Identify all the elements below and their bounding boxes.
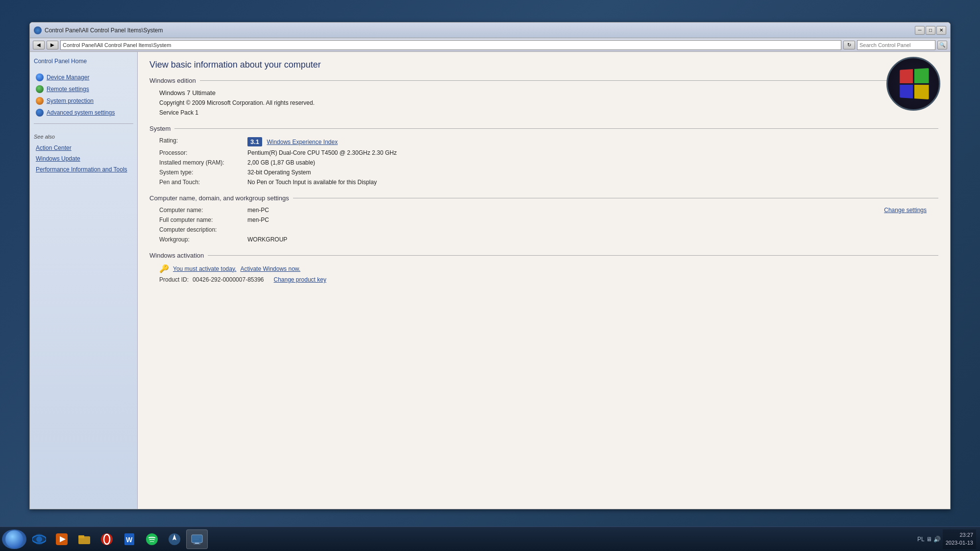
change-settings-link[interactable]: Change settings xyxy=(884,207,927,214)
section-line-4 xyxy=(208,255,938,256)
desktop: Control Panel\All Control Panel Items\Sy… xyxy=(0,0,980,551)
ram-label: Installed memory (RAM): xyxy=(159,159,247,166)
computer-name-section-label: Computer name, domain, and workgroup set… xyxy=(149,194,289,202)
forward-button[interactable]: ▶ xyxy=(47,41,58,49)
rating-row: Rating: 3.1 Windows Experience Index xyxy=(149,137,938,146)
workgroup-value: WORKGROUP xyxy=(247,236,287,243)
taskbar-word[interactable]: W xyxy=(119,529,140,549)
flag-green xyxy=(914,68,929,83)
advanced-settings-icon xyxy=(36,109,44,117)
activate-now-link[interactable]: Activate Windows now. xyxy=(240,265,300,272)
activation-icon: 🔑 xyxy=(159,264,169,273)
svg-point-2 xyxy=(36,536,42,542)
control-panel-home-link[interactable]: Control Panel Home xyxy=(34,58,133,65)
minimize-button[interactable]: ─ xyxy=(915,26,925,35)
taskbar-ie[interactable] xyxy=(28,529,50,549)
start-button[interactable] xyxy=(2,529,26,549)
service-pack-row: Service Pack 1 xyxy=(149,109,938,116)
activation-section-label: Windows activation xyxy=(149,252,204,259)
sidebar-divider xyxy=(34,123,133,124)
full-name-label: Full computer name: xyxy=(159,216,247,223)
edition-value: Windows 7 Ultimate xyxy=(159,89,216,96)
clock-area[interactable]: 23:27 2023-01-13 xyxy=(943,529,976,549)
processor-value: Pentium(R) Dual-Core CPU T4500 @ 2.30GHz… xyxy=(247,149,397,156)
windows-flag xyxy=(900,68,929,99)
svg-rect-14 xyxy=(192,535,202,543)
system-tray-icon xyxy=(190,532,204,546)
media-player-icon xyxy=(55,532,69,546)
search-button[interactable]: 🔍 xyxy=(937,41,947,49)
address-input[interactable] xyxy=(60,40,841,50)
sidebar-item-advanced-settings[interactable]: Advanced system settings xyxy=(34,108,133,118)
product-id-value: 00426-292-0000007-85396 xyxy=(193,276,264,283)
system-type-row: System type: 32-bit Operating System xyxy=(149,169,938,176)
performance-link[interactable]: Performance Information and Tools xyxy=(34,165,133,174)
computer-name-value: men-PC xyxy=(247,207,269,214)
copyright-row: Copyright © 2009 Microsoft Corporation. … xyxy=(149,99,938,106)
taskbar-right: PL 🖥 🔊 23:27 2023-01-13 xyxy=(917,529,978,549)
taskbar-explorer[interactable] xyxy=(74,529,95,549)
taskbar-apps: W xyxy=(28,529,917,549)
svg-point-8 xyxy=(104,534,110,544)
change-product-key-link[interactable]: Change product key xyxy=(274,276,326,283)
page-title: View basic information about your comput… xyxy=(149,60,938,70)
language-indicator: PL xyxy=(917,536,925,543)
close-button[interactable]: ✕ xyxy=(936,26,946,35)
computer-name-header: Computer name, domain, and workgroup set… xyxy=(149,194,938,202)
clock-time: 23:27 xyxy=(946,531,973,539)
device-manager-label: Device Manager xyxy=(47,74,89,81)
opera-icon xyxy=(100,532,114,546)
processor-label: Processor: xyxy=(159,149,247,156)
activation-header: Windows activation xyxy=(149,252,938,259)
description-label: Computer description: xyxy=(159,226,247,233)
start-orb xyxy=(5,530,23,548)
taskbar-media-player[interactable] xyxy=(51,529,73,549)
product-id-label: Product ID: xyxy=(159,276,189,283)
sidebar: Control Panel Home Device Manager Remote… xyxy=(30,52,138,509)
system-section: System Rating: 3.1 Windows Experience In… xyxy=(149,125,938,186)
search-input[interactable] xyxy=(857,40,935,50)
system-type-value: 32-bit Operating System xyxy=(247,169,311,176)
advanced-settings-label: Advanced system settings xyxy=(47,109,115,116)
title-bar-text: Control Panel\All Control Panel Items\Sy… xyxy=(45,27,915,34)
windows-logo xyxy=(886,57,940,111)
taskbar-rocket[interactable] xyxy=(164,529,185,549)
content-area: Control Panel Home Device Manager Remote… xyxy=(30,52,950,509)
rating-label: Rating: xyxy=(159,137,247,144)
network-icon: 🖥 xyxy=(926,536,932,543)
main-panel: View basic information about your comput… xyxy=(138,52,950,509)
sidebar-item-device-manager[interactable]: Device Manager xyxy=(34,72,133,82)
sidebar-item-remote-settings[interactable]: Remote settings xyxy=(34,84,133,94)
remote-settings-icon xyxy=(36,85,44,93)
activation-row: 🔑 You must activate today. Activate Wind… xyxy=(149,264,938,273)
pen-row: Pen and Touch: No Pen or Touch Input is … xyxy=(149,179,938,186)
maximize-button[interactable]: □ xyxy=(926,26,935,35)
sidebar-item-system-protection[interactable]: System protection xyxy=(34,96,133,106)
windows-edition-header: Windows edition xyxy=(149,77,938,84)
explorer-icon xyxy=(77,532,91,546)
ram-row: Installed memory (RAM): 2,00 GB (1,87 GB… xyxy=(149,159,938,166)
title-bar: Control Panel\All Control Panel Items\Sy… xyxy=(30,23,950,38)
back-button[interactable]: ◀ xyxy=(33,41,45,49)
product-id-row: Product ID: 00426-292-0000007-85396 Chan… xyxy=(149,276,938,283)
windows-update-link[interactable]: Windows Update xyxy=(34,154,133,163)
system-protection-label: System protection xyxy=(47,97,94,104)
action-center-link[interactable]: Action Center xyxy=(34,144,133,152)
system-header: System xyxy=(149,125,938,132)
spotify-icon xyxy=(145,532,159,546)
windows-experience-index-link[interactable]: Windows Experience Index xyxy=(267,139,338,145)
service-pack-value: Service Pack 1 xyxy=(159,109,198,116)
full-name-row: Full computer name: men-PC xyxy=(149,216,938,223)
taskbar-spotify[interactable] xyxy=(141,529,163,549)
svg-rect-16 xyxy=(194,544,200,544)
volume-icon: 🔊 xyxy=(933,536,941,543)
description-row: Computer description: xyxy=(149,226,938,233)
svg-rect-6 xyxy=(78,535,84,538)
flag-yellow xyxy=(914,85,929,100)
processor-row: Processor: Pentium(R) Dual-Core CPU T450… xyxy=(149,149,938,156)
activate-msg: You must activate today. xyxy=(173,265,236,272)
taskbar-system-active[interactable] xyxy=(186,529,208,549)
ram-value: 2,00 GB (1,87 GB usable) xyxy=(247,159,315,166)
taskbar-opera[interactable] xyxy=(96,529,118,549)
refresh-button[interactable]: ↻ xyxy=(843,41,855,49)
